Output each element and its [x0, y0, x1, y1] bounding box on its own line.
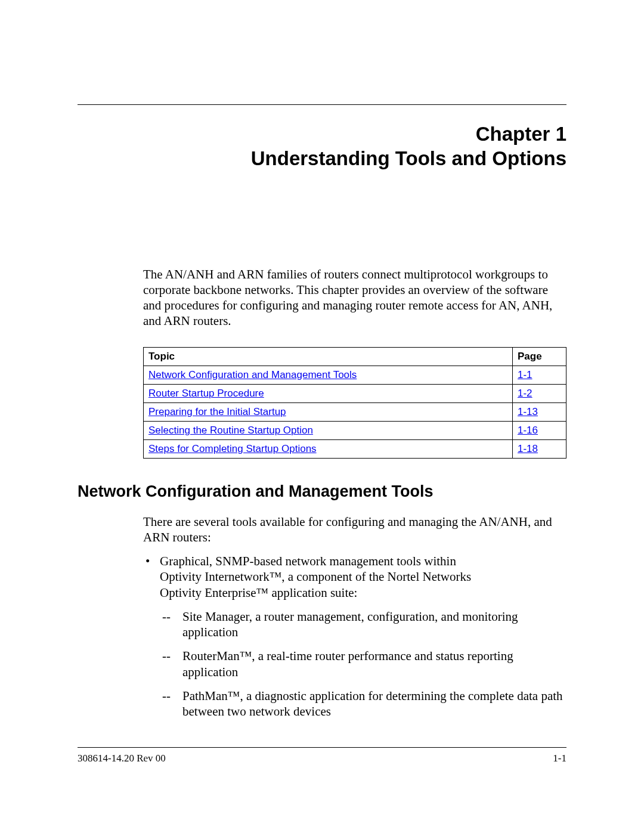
table-row: Steps for Completing Startup Options 1-1… [144, 439, 566, 458]
topic-table: Topic Page Network Configuration and Man… [143, 347, 566, 459]
toc-link[interactable]: Router Startup Procedure [148, 388, 264, 399]
footer-page-number: 1-1 [553, 753, 566, 764]
list-item: Graphical, SNMP-based network management… [143, 553, 566, 719]
toc-link[interactable]: Network Configuration and Management Too… [148, 369, 357, 380]
toc-page-link[interactable]: 1-1 [518, 369, 532, 380]
sub-item-text: RouterMan™, a real-time router performan… [182, 649, 513, 679]
sub-list: Site Manager, a router management, confi… [160, 609, 566, 720]
page-content: Chapter 1 Understanding Tools and Option… [0, 0, 644, 719]
sub-item-text: PathMan™, a diagnostic application for d… [182, 689, 563, 719]
intro-paragraph: The AN/ANH and ARN families of routers c… [143, 267, 566, 329]
header-topic: Topic [144, 347, 513, 366]
footer-rule [78, 747, 566, 748]
sub-list-item: Site Manager, a router management, confi… [160, 609, 566, 640]
toc-page-link[interactable]: 1-2 [518, 388, 532, 399]
toc-page-link[interactable]: 1-16 [518, 425, 538, 436]
toc-page-link[interactable]: 1-13 [518, 406, 538, 417]
section-intro-paragraph: There are several tools available for co… [143, 514, 566, 546]
chapter-title: Understanding Tools and Options [78, 146, 566, 171]
sub-list-item: PathMan™, a diagnostic application for d… [160, 688, 566, 720]
header-page: Page [513, 347, 566, 366]
top-rule [78, 104, 566, 105]
page-footer: 308614-14.20 Rev 00 1-1 [78, 747, 566, 764]
bullet-list: Graphical, SNMP-based network management… [143, 553, 566, 719]
chapter-number: Chapter 1 [78, 122, 566, 146]
toc-link[interactable]: Steps for Completing Startup Options [148, 443, 317, 454]
sub-list-item: RouterMan™, a real-time router performan… [160, 648, 566, 680]
bullet-text: Graphical, SNMP-based network management… [160, 554, 471, 600]
chapter-heading: Chapter 1 Understanding Tools and Option… [78, 122, 566, 171]
table-row: Network Configuration and Management Too… [144, 366, 566, 384]
toc-link[interactable]: Preparing for the Initial Startup [148, 406, 286, 417]
sub-item-text: Site Manager, a router management, confi… [182, 609, 518, 639]
footer-row: 308614-14.20 Rev 00 1-1 [78, 753, 566, 764]
toc-link[interactable]: Selecting the Routine Startup Option [148, 425, 313, 436]
table-header-row: Topic Page [144, 347, 566, 366]
section-heading: Network Configuration and Management Too… [78, 482, 566, 501]
footer-doc-id: 308614-14.20 Rev 00 [78, 753, 166, 764]
toc-page-link[interactable]: 1-18 [518, 443, 538, 454]
table-row: Router Startup Procedure 1-2 [144, 384, 566, 402]
table-row: Selecting the Routine Startup Option 1-1… [144, 421, 566, 439]
table-row: Preparing for the Initial Startup 1-13 [144, 402, 566, 421]
